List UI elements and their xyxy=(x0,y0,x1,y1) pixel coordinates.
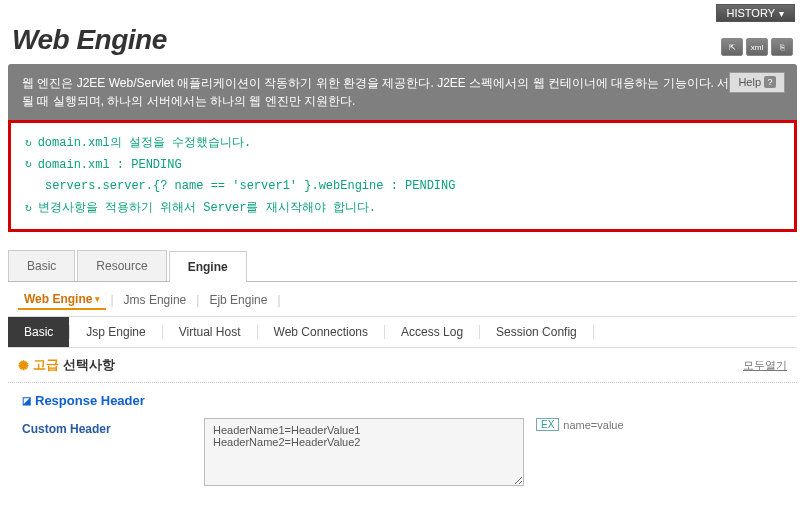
subtab-virtual-host[interactable]: Virtual Host xyxy=(163,317,257,347)
message-line: servers.server.{? name == 'server1' }.we… xyxy=(45,176,455,198)
tab-resource[interactable]: Resource xyxy=(77,250,166,281)
example-text: name=value xyxy=(563,419,623,431)
tertiary-tabs: Basic Jsp Engine Virtual Host Web Connec… xyxy=(8,317,797,348)
refresh-icon: ↻ xyxy=(25,155,32,175)
subtab-basic[interactable]: Basic xyxy=(8,317,69,347)
custom-header-textarea[interactable] xyxy=(204,418,524,486)
message-line: 변경사항을 적용하기 위해서 Server를 재시작해야 합니다. xyxy=(38,198,376,220)
section-header: ✺ 고급 선택사항 모두열기 xyxy=(8,348,797,383)
secondary-tabs: Web Engine | Jms Engine | Ejb Engine | xyxy=(8,282,797,317)
primary-tabs: Basic Resource Engine xyxy=(8,250,797,282)
separator: | xyxy=(277,293,280,307)
separator xyxy=(593,325,594,339)
subtab-access-log[interactable]: Access Log xyxy=(385,317,479,347)
page-title: Web Engine xyxy=(12,24,167,56)
tab-ejb-engine[interactable]: Ejb Engine xyxy=(203,291,273,309)
message-line: domain.xml : PENDING xyxy=(38,155,182,177)
description-text: 웹 엔진은 J2EE Web/Servlet 애플리케이션이 작동하기 위한 환… xyxy=(22,76,781,108)
subtab-jsp-engine[interactable]: Jsp Engine xyxy=(70,317,161,347)
subsection-title: Response Header xyxy=(35,393,145,408)
refresh-icon: ↻ xyxy=(25,199,32,219)
separator: | xyxy=(196,293,199,307)
tab-basic[interactable]: Basic xyxy=(8,250,75,281)
tab-engine[interactable]: Engine xyxy=(169,251,247,282)
collapse-icon[interactable]: ◪ xyxy=(22,395,31,406)
separator: | xyxy=(110,293,113,307)
content-area: ◪ Response Header Custom Header EX name=… xyxy=(8,383,797,499)
gear-icon: ✺ xyxy=(18,358,29,373)
description-panel: 웹 엔진은 J2EE Web/Servlet 애플리케이션이 작동하기 위한 환… xyxy=(8,64,797,120)
example-hint: EX name=value xyxy=(536,418,624,431)
custom-header-label: Custom Header xyxy=(22,418,192,436)
expand-all-link[interactable]: 모두열기 xyxy=(743,358,787,373)
tab-jms-engine[interactable]: Jms Engine xyxy=(118,291,193,309)
help-button[interactable]: Help xyxy=(729,72,785,93)
history-button[interactable]: HISTORY xyxy=(716,4,796,22)
example-badge: EX xyxy=(536,418,559,431)
export-icon[interactable]: ⇱ xyxy=(721,38,743,56)
header-toolbar: ⇱ xml ⎘ xyxy=(721,38,793,56)
copy-icon[interactable]: ⎘ xyxy=(771,38,793,56)
subtab-session-config[interactable]: Session Config xyxy=(480,317,593,347)
message-line: domain.xml의 설정을 수정했습니다. xyxy=(38,133,252,155)
subtab-web-connections[interactable]: Web Connections xyxy=(258,317,385,347)
xml-icon[interactable]: xml xyxy=(746,38,768,56)
tab-web-engine[interactable]: Web Engine xyxy=(18,290,106,310)
message-panel: ↻domain.xml의 설정을 수정했습니다. ↻domain.xml : P… xyxy=(8,120,797,232)
section-options-label: 선택사항 xyxy=(63,356,115,374)
section-advanced-label: 고급 xyxy=(33,356,59,374)
refresh-icon: ↻ xyxy=(25,134,32,154)
